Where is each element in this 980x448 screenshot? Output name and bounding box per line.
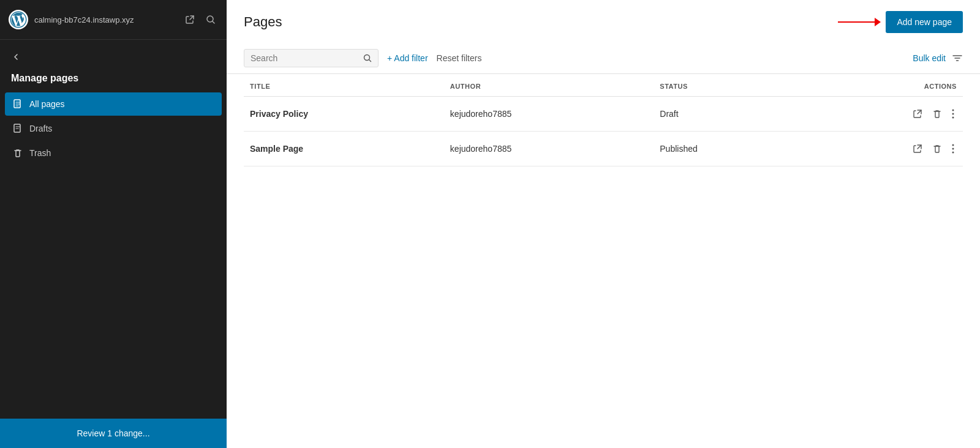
col-actions: ACTIONS: [796, 74, 963, 97]
table-row: Sample Page kejudoreho7885 Published: [244, 132, 963, 166]
bulk-edit-button[interactable]: Bulk edit: [913, 53, 946, 63]
open-external-btn[interactable]: [910, 106, 925, 121]
pages-table: TITLE AUTHOR STATUS ACTIONS Privacy Poli…: [244, 74, 963, 166]
more-options-btn[interactable]: [949, 106, 957, 121]
wordpress-logo: [9, 10, 28, 29]
external-link-icon-btn[interactable]: [183, 12, 197, 27]
table-row: Privacy Policy kejudoreho7885 Draft: [244, 97, 963, 132]
row-actions: [802, 141, 957, 156]
nav-section-title: Manage pages: [5, 69, 222, 92]
svg-point-9: [952, 148, 954, 150]
row-author: kejudoreho7885: [444, 132, 654, 166]
search-box: [244, 49, 379, 67]
col-title: TITLE: [244, 74, 444, 97]
drafts-label: Drafts: [29, 124, 52, 133]
sidebar-header: calming-bb7c24.instawp.xyz: [0, 0, 227, 40]
sidebar: calming-bb7c24.instawp.xyz: [0, 0, 227, 448]
svg-point-5: [952, 110, 954, 111]
delete-btn[interactable]: [930, 141, 944, 156]
pages-table-container: TITLE AUTHOR STATUS ACTIONS Privacy Poli…: [227, 74, 980, 448]
trash-icon: [12, 147, 23, 159]
toolbar-right: Bulk edit: [913, 53, 963, 64]
main-content: Pages Add new page + Add filter Reset fi…: [227, 0, 980, 448]
svg-point-8: [952, 144, 954, 146]
all-pages-label: All pages: [29, 99, 65, 109]
add-new-page-button[interactable]: Add new page: [886, 11, 963, 33]
trash-label: Trash: [29, 148, 51, 158]
page-title: Pages: [244, 14, 282, 30]
sidebar-nav: Manage pages All pages Drafts: [0, 40, 227, 419]
row-author: kejudoreho7885: [444, 97, 654, 132]
sidebar-footer: Review 1 change...: [0, 419, 227, 448]
arrow-line: [838, 21, 875, 23]
search-icon-btn[interactable]: [203, 12, 218, 27]
row-status: Draft: [654, 97, 796, 132]
col-status: STATUS: [654, 74, 796, 97]
svg-point-10: [952, 152, 954, 154]
delete-btn[interactable]: [930, 106, 944, 121]
header-icons: [183, 12, 218, 27]
col-author: AUTHOR: [444, 74, 654, 97]
add-filter-button[interactable]: + Add filter: [387, 53, 428, 63]
search-input[interactable]: [251, 53, 360, 63]
main-header: Pages Add new page: [227, 0, 980, 43]
search-submit-btn[interactable]: [363, 54, 372, 62]
more-options-btn[interactable]: [949, 141, 957, 156]
sidebar-item-trash[interactable]: Trash: [5, 141, 222, 165]
arrow-indicator: [838, 18, 881, 26]
row-status: Published: [654, 132, 796, 166]
table-header-row: TITLE AUTHOR STATUS ACTIONS: [244, 74, 963, 97]
open-external-btn[interactable]: [910, 141, 925, 156]
toolbar: + Add filter Reset filters Bulk edit: [227, 43, 980, 74]
row-title: Sample Page: [244, 132, 444, 166]
row-actions: [802, 106, 957, 121]
nav-back-btn[interactable]: [5, 47, 222, 67]
filter-settings-icon-btn[interactable]: [952, 53, 963, 64]
review-changes-button[interactable]: Review 1 change...: [0, 419, 227, 448]
arrow-head: [875, 18, 881, 26]
pages-icon: [12, 99, 23, 110]
sidebar-item-drafts[interactable]: Drafts: [5, 117, 222, 140]
sidebar-item-all-pages[interactable]: All pages: [5, 92, 222, 116]
row-title: Privacy Policy: [244, 97, 444, 132]
svg-point-7: [952, 117, 954, 119]
add-new-wrapper: Add new page: [886, 11, 963, 33]
svg-point-6: [952, 113, 954, 115]
site-url: calming-bb7c24.instawp.xyz: [34, 15, 176, 24]
drafts-icon: [12, 123, 23, 134]
reset-filters-button[interactable]: Reset filters: [437, 53, 482, 63]
